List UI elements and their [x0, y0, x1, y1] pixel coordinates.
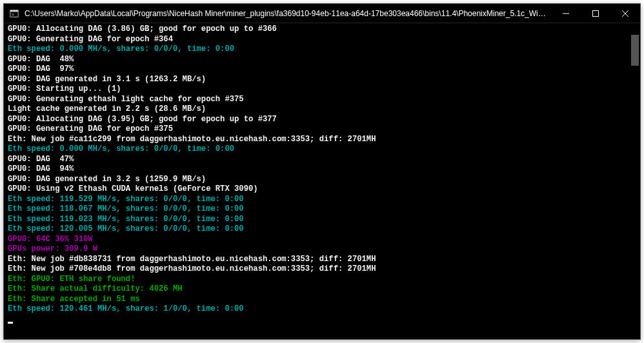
- console-body: GPU0: Allocating DAG (3.86) GB; good for…: [4, 23, 640, 339]
- console-line: Eth: New job #708e4db8 from daggerhashim…: [8, 264, 636, 275]
- console-line: GPU0: DAG generated in 3.2 s (1259.9 MB/…: [8, 175, 636, 185]
- console-line: GPUs power: 309.9 W: [8, 244, 636, 255]
- cursor-line: [8, 315, 636, 325]
- console-line: Eth speed: 120.461 MH/s, shares: 1/0/0, …: [8, 304, 636, 315]
- console-line: Eth speed: 0.000 MH/s, shares: 0/0/0, ti…: [8, 144, 636, 155]
- console-line: Light cache generated in 2.2 s (28.6 MB/…: [8, 104, 636, 115]
- console-line: Eth: New job #ca11c299 from daggerhashim…: [8, 135, 636, 145]
- maximize-button[interactable]: [581, 4, 610, 23]
- console-line: GPU0: Generating DAG for epoch #375: [8, 124, 636, 135]
- window-title: C:\Users\Marko\AppData\Local\Programs\Ni…: [25, 9, 551, 18]
- vertical-scrollbar[interactable]: [630, 23, 640, 339]
- titlebar[interactable]: >_ C:\Users\Marko\AppData\Local\Programs…: [4, 4, 640, 23]
- console-line: Eth: GPU0: ETH share found!: [8, 275, 636, 285]
- console-window: >_ C:\Users\Marko\AppData\Local\Programs…: [3, 3, 641, 340]
- console-output: GPU0: Allocating DAG (3.86) GB; good for…: [4, 23, 640, 326]
- console-line: GPU0: Allocating DAG (3.95) GB; good for…: [8, 115, 636, 125]
- console-line: GPU0: Generating DAG for epoch #364: [8, 35, 636, 45]
- close-icon: [622, 10, 629, 17]
- console-line: Eth: Share actual difficulty: 4026 MH: [8, 284, 636, 295]
- scrollbar-thumb[interactable]: [631, 35, 639, 66]
- console-line: Eth: New job #db838731 from daggerhashim…: [8, 255, 636, 265]
- svg-text:>_: >_: [12, 12, 17, 17]
- console-line: GPU0: 64C 36% 310W: [8, 235, 636, 245]
- console-line: Eth speed: 0.000 MH/s, shares: 0/0/0, ti…: [8, 44, 636, 55]
- minimize-icon: [563, 10, 569, 17]
- minimize-button[interactable]: [551, 4, 581, 23]
- window-controls: [551, 4, 640, 23]
- maximize-icon: [592, 10, 599, 17]
- console-line: GPU0: DAG 48%: [8, 55, 636, 65]
- console-line: GPU0: DAG generated in 3.1 s (1263.2 MB/…: [8, 75, 636, 85]
- console-line: GPU0: DAG 97%: [8, 64, 636, 75]
- console-line: GPU0: DAG 94%: [8, 164, 636, 175]
- console-line: GPU0: Allocating DAG (3.86) GB; good for…: [8, 24, 636, 35]
- console-line: Eth speed: 118.067 MH/s, shares: 0/0/0, …: [8, 204, 636, 215]
- console-line: GPU0: Starting up... (1): [8, 84, 636, 95]
- svg-rect-4: [593, 10, 599, 16]
- console-line: Eth: Share accepted in 51 ms: [8, 295, 636, 305]
- close-button[interactable]: [610, 4, 640, 23]
- console-line: Eth speed: 119.023 MH/s, shares: 0/0/0, …: [8, 215, 636, 225]
- console-line: Eth speed: 119.529 MH/s, shares: 0/0/0, …: [8, 195, 636, 205]
- app-icon: >_: [9, 8, 19, 19]
- console-line: GPU0: Using v2 Ethash CUDA kernels (GeFo…: [8, 184, 636, 195]
- text-cursor: [8, 322, 13, 324]
- console-line: Eth speed: 120.005 MH/s, shares: 0/0/0, …: [8, 224, 636, 235]
- console-line: GPU0: Generating ethash light cache for …: [8, 95, 636, 105]
- console-line: GPU0: DAG 47%: [8, 155, 636, 165]
